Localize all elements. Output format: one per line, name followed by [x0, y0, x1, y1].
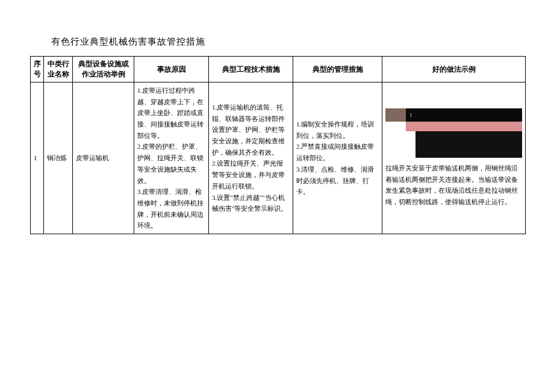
- col-industry: 中类行业名称: [44, 57, 73, 82]
- image-fragment: [406, 122, 522, 131]
- cell-industry: 铜冶炼: [44, 82, 73, 234]
- image-fragment: [406, 108, 522, 122]
- image-fragment: [416, 131, 522, 158]
- col-equipment: 典型设备设施或作业活动举例: [73, 57, 134, 82]
- table-header-row: 序号 中类行业名称 典型设备设施或作业活动举例 事故原因 典型工程技术措施 典型…: [31, 57, 526, 82]
- cell-seq: 1: [31, 82, 44, 234]
- cell-management: 1.编制安全操作规程，培训到位，落实到位。 2.严禁直接或间接接触皮带运转部位。…: [293, 82, 382, 234]
- col-management: 典型的管理措施: [293, 57, 382, 82]
- col-practice: 好的做法示例: [382, 57, 526, 82]
- practice-illustration: [385, 108, 522, 158]
- cell-practice: 拉绳开关安装于皮带输送机两侧，用钢丝绳沿着输送机两侧把开关连接起来。当输送带设备…: [382, 82, 526, 234]
- table-row: 1 铜冶炼 皮带运输机 1.皮带运行过程中跨越、穿越皮带上下，在皮带上坐卧、蹬踏…: [31, 82, 526, 234]
- cell-engineering: 1.皮带运输机的滚筒、托辊、联轴器等各运转部件设置护罩、护网、护栏等安全设施，并…: [209, 82, 293, 234]
- image-fragment: [385, 108, 406, 122]
- col-engineering: 典型工程技术措施: [209, 57, 293, 82]
- col-seq: 序号: [31, 57, 44, 82]
- cell-equipment: 皮带运输机: [73, 82, 134, 234]
- cell-cause: 1.皮带运行过程中跨越、穿越皮带上下，在皮带上坐卧、蹬踏或直接、间接接触皮带运转…: [134, 82, 209, 234]
- col-cause: 事故原因: [134, 57, 209, 82]
- control-measures-table: 序号 中类行业名称 典型设备设施或作业活动举例 事故原因 典型工程技术措施 典型…: [30, 56, 526, 234]
- document-title: 有色行业典型机械伤害事故管控措施: [51, 36, 524, 48]
- practice-text: 拉绳开关安装于皮带输送机两侧，用钢丝绳沿着输送机两侧把开关连接起来。当输送带设备…: [385, 164, 518, 205]
